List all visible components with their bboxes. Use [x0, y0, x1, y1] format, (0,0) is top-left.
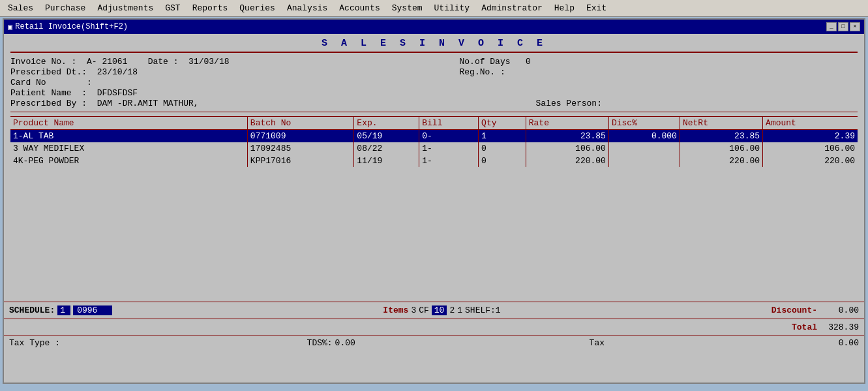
table-cell: 1- [419, 155, 479, 167]
window-controls: _ □ × [826, 22, 860, 31]
menu-system[interactable]: System [387, 2, 428, 14]
table-cell: 4K-PEG POWDER [10, 155, 247, 167]
col-header-exp: Exp. [354, 117, 419, 130]
prescribed-dt-value: 23/10/18 [97, 67, 138, 77]
cf-value: 10 [432, 305, 447, 315]
schedule-bar: SCHEDULE: 1 0996 Items 3 CF 10 2 1 SHELF… [4, 302, 864, 319]
date-value: 31/03/18 [188, 57, 229, 67]
table-cell: 0771009 [247, 130, 354, 143]
col-header-disc: Disc% [608, 117, 680, 130]
tax-type-bar: Tax Type : TDS%: 0.00 Tax 0.00 [4, 336, 864, 350]
table-cell: 106.00 [680, 142, 762, 155]
patient-name-value: DFDSFDSF [97, 88, 138, 98]
patient-name-label: Patient Name : [10, 88, 92, 98]
no-of-days-label: No.of Days [460, 57, 521, 67]
discount-section: Discount- 0.00 [771, 305, 859, 315]
info-section: Invoice No. : A- 21061 Date : 31/03/18 P… [10, 57, 858, 112]
invoice-no-label: Invoice No. : [10, 57, 82, 67]
table-cell: 106.00 [763, 142, 858, 155]
invoice-table-container: Product Name Batch No Exp. Bill Qty Rate… [10, 115, 858, 291]
sales-person-line: Sales Person: [434, 99, 858, 108]
table-cell: 220.00 [526, 155, 608, 167]
col-header-amount: Amount [763, 117, 858, 130]
no-of-days-line: No.of Days 0 [434, 57, 858, 67]
no-of-days-value: 0 [526, 57, 531, 67]
table-cell [608, 142, 680, 155]
prescribed-by-line: Prescribed By : DAM -DR.AMIT MATHUR, [10, 99, 434, 108]
tds-label: TDS%: [307, 338, 333, 348]
table-cell [608, 155, 680, 167]
menu-analysis[interactable]: Analysis [282, 2, 333, 14]
table-cell: 23.85 [526, 130, 608, 143]
menu-help[interactable]: Help [549, 2, 580, 14]
menu-queries[interactable]: Queries [234, 2, 280, 14]
reg-no-label: Reg.No. : [460, 67, 505, 77]
menu-gst[interactable]: GST [160, 2, 185, 14]
invoice-table: Product Name Batch No Exp. Bill Qty Rate… [10, 116, 858, 167]
menu-exit[interactable]: Exit [581, 2, 612, 14]
menu-sales[interactable]: Sales [3, 2, 38, 14]
invoice-no-line: Invoice No. : A- 21061 Date : 31/03/18 [10, 57, 434, 67]
table-cell: 11/19 [354, 155, 419, 167]
reg-no-line: Reg.No. : [434, 67, 858, 77]
info-left: Invoice No. : A- 21061 Date : 31/03/18 P… [10, 57, 434, 109]
window-icon: ▣ [8, 22, 12, 32]
table-cell: KPP17016 [247, 155, 354, 167]
discount-value: 0.00 [820, 305, 859, 315]
table-cell: 220.00 [680, 155, 762, 167]
table-cell: 2.39 [763, 130, 858, 143]
schedule-value: 1 [57, 305, 70, 315]
table-cell: 220.00 [763, 155, 858, 167]
table-row[interactable]: 1-AL TAB077100905/190-123.850.00023.852.… [10, 130, 858, 143]
menu-purchase[interactable]: Purchase [40, 2, 91, 14]
prescribed-dt-line: Prescribed Dt.: 23/10/18 [10, 67, 434, 77]
card-no-line: Card No : [10, 78, 434, 87]
table-row[interactable]: 4K-PEG POWDERKPP1701611/191-0220.00220.0… [10, 155, 858, 167]
menu-accounts[interactable]: Accounts [334, 2, 385, 14]
table-cell: 23.85 [680, 130, 762, 143]
table-cell: 1-AL TAB [10, 130, 247, 143]
col-header-netrt: NetRt [680, 117, 762, 130]
menu-adjustments[interactable]: Adjustments [92, 2, 158, 14]
table-cell: 0 [479, 155, 526, 167]
sales-person-label: Sales Person: [536, 99, 602, 108]
table-cell: 05/19 [354, 130, 419, 143]
spacer-line [434, 78, 858, 87]
table-cell: 106.00 [526, 142, 608, 155]
shelf-label: SHELF:1 [465, 305, 501, 315]
cf-extra1: 2 [449, 305, 455, 315]
menu-reports[interactable]: Reports [187, 2, 233, 14]
table-cell: 3 WAY MEDIFLEX [10, 142, 247, 155]
spacer-line2 [434, 88, 858, 98]
items-count: 3 [411, 305, 416, 315]
window-titlebar: ▣ Retail Invoice(Shift+F2) _ □ × [4, 20, 864, 34]
table-cell: 0- [419, 130, 479, 143]
cf-extra2: 1 [457, 305, 462, 315]
col-header-batch: Batch No [247, 117, 354, 130]
table-cell: 08/22 [354, 142, 419, 155]
invoice-no-value: A- 21061 [87, 57, 127, 67]
patient-name-line: Patient Name : DFDSFDSF [10, 88, 434, 98]
window-title: Retail Invoice(Shift+F2) [15, 22, 128, 31]
close-button[interactable]: × [850, 22, 860, 31]
tax-label: Tax [590, 338, 605, 348]
menu-admin[interactable]: Adminstrator [476, 2, 548, 14]
cf-label: CF [419, 305, 429, 315]
maximize-button[interactable]: □ [838, 22, 848, 31]
info-right: No.of Days 0 Reg.No. : Sales Person: [434, 57, 858, 109]
col-header-qty: Qty [479, 117, 526, 130]
col-header-rate: Rate [526, 117, 608, 130]
menubar: Sales Purchase Adjustments GST Reports Q… [0, 0, 868, 17]
schedule-label: SCHEDULE: [9, 305, 55, 315]
col-header-product: Product Name [10, 117, 247, 130]
batch-value: 0996 [73, 305, 112, 315]
bottom-bars: SCHEDULE: 1 0996 Items 3 CF 10 2 1 SHELF… [4, 302, 864, 350]
tax-amount: 0.00 [839, 338, 859, 348]
table-header-row: Product Name Batch No Exp. Bill Qty Rate… [10, 117, 858, 130]
minimize-button[interactable]: _ [826, 22, 837, 31]
items-section: Items 3 CF 10 2 1 SHELF:1 [383, 305, 500, 315]
table-row[interactable]: 3 WAY MEDIFLEX1709248508/221-0106.00106.… [10, 142, 858, 155]
menu-utility[interactable]: Utility [429, 2, 475, 14]
col-header-bill: Bill [419, 117, 479, 130]
prescribed-by-label: Prescribed By : [10, 99, 92, 108]
